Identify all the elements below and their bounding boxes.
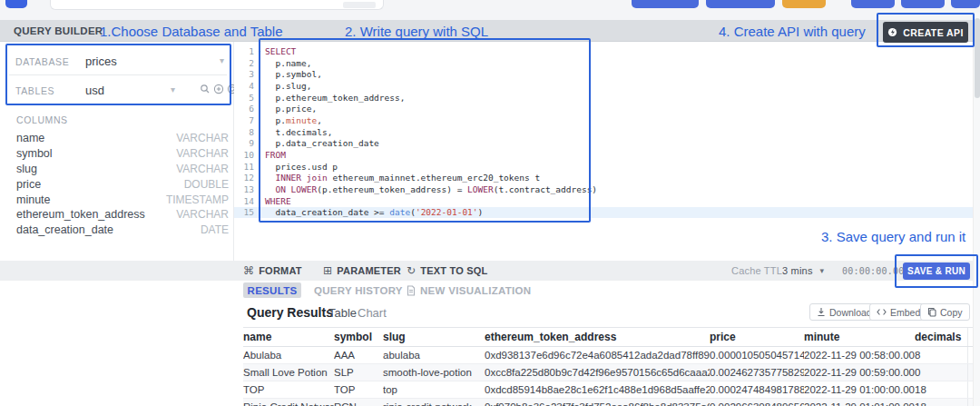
topbar-button-5[interactable]	[901, 0, 945, 8]
scrollbar-thumb[interactable]	[975, 18, 980, 98]
column-type: VARCHAR	[176, 208, 229, 221]
code-line: 15 data_creation_date >= date('2022-01-0…	[234, 207, 975, 219]
column-header[interactable]: price	[710, 328, 804, 347]
column-name: minute	[16, 193, 51, 206]
fold-icon: ▾	[254, 48, 265, 54]
save-and-run-button[interactable]: SAVE & RUN	[903, 262, 970, 280]
cache-ttl-label: Cache TTL	[731, 261, 782, 281]
format-button[interactable]: ⌘FORMAT	[243, 261, 302, 281]
column-list-item[interactable]: priceDOUBLE	[16, 176, 229, 192]
title-edit-button[interactable]	[343, 2, 376, 8]
code-text: t.decimals,	[265, 127, 332, 137]
parameter-button[interactable]: ⊞PARAMETER	[323, 261, 401, 281]
query-title-input[interactable]	[50, 0, 384, 10]
topbar-button-4[interactable]	[851, 0, 895, 8]
table-cell: 2022-11-29 00:59:00.000	[804, 364, 915, 381]
text-to-sql-button[interactable]: ↻TEXT TO SQL	[407, 261, 487, 281]
table-row[interactable]: Small Love PotionSLPsmooth-love-potion0x…	[243, 364, 980, 381]
tables-label: TABLES	[15, 85, 54, 96]
line-number: 8	[234, 127, 254, 137]
table-row[interactable]: TOPTOPtop0xdcd85914b8ae28c1e62f1c488e1d9…	[243, 381, 980, 399]
vertical-scrollbar[interactable]	[973, 13, 980, 406]
line-number: 7	[234, 115, 254, 125]
table-cell: top	[383, 381, 485, 399]
table-cell: 0xf970b8e36e23f7fc3fd752eea86f8be8d83375…	[485, 399, 710, 406]
code-text: INNER join ethereum_mainnet.ethereum_erc…	[265, 173, 540, 183]
line-number: 6	[234, 104, 254, 114]
column-list-item[interactable]: symbolVARCHAR	[16, 146, 229, 162]
editor-toolbar: ⌘FORMAT ⊞PARAMETER ↻TEXT TO SQL Cache TT…	[0, 261, 980, 281]
code-line: 11 prices.usd p	[234, 161, 975, 173]
query-results-table: namesymbolslugethereum_token_addresspric…	[243, 327, 980, 406]
line-number: 10	[234, 150, 254, 160]
column-name: price	[16, 178, 41, 191]
view-chart-toggle[interactable]: Chart	[358, 306, 387, 320]
code-line: 14WHERE	[234, 195, 975, 207]
database-select[interactable]: DATABASE prices ▾	[9, 47, 227, 75]
chevron-down-icon[interactable]: ▾	[171, 84, 175, 94]
create-api-button[interactable]: CREATE API	[883, 22, 968, 43]
chevron-down-icon: ▾	[820, 266, 825, 275]
tables-select[interactable]: TABLES usd ▾	[9, 76, 227, 104]
table-row[interactable]: AbulabaAAAabulaba0xd938137e6d96c72e4a608…	[243, 347, 980, 364]
create-api-label: CREATE API	[903, 27, 963, 38]
table-cell: RCN	[334, 399, 383, 406]
tab-results[interactable]: RESULTS	[243, 282, 301, 298]
table-cell: AAA	[334, 347, 383, 364]
add-circle-icon[interactable]	[213, 84, 224, 94]
embed-button[interactable]: Embed	[869, 303, 927, 321]
cache-ttl-value: 3 mins	[782, 265, 813, 276]
parameter-label: PARAMETER	[337, 265, 401, 276]
code-text: ON LOWER(p.ethereum_token_address) = LOW…	[265, 184, 597, 194]
results-tabs: RESULTS QUERY HISTORY NEW VISUALIZATION	[0, 281, 980, 300]
code-text: p.name,	[265, 58, 311, 68]
table-cell: 18	[915, 381, 967, 399]
topbar-button-2[interactable]	[706, 0, 775, 8]
column-type: TIMESTAMP	[166, 193, 229, 206]
line-number: 14	[234, 196, 254, 206]
column-type: VARCHAR	[176, 147, 229, 160]
column-header[interactable]: minute	[804, 328, 915, 347]
table-cell: 0xdcd85914b8ae28c1e62f1c488e1d968d5aaffe…	[485, 381, 710, 399]
column-list-item[interactable]: slugVARCHAR	[16, 162, 229, 177]
query-results-header: Query Results Table Chart Download Embed…	[0, 300, 980, 327]
column-header[interactable]: name	[243, 328, 334, 347]
cache-ttl-select[interactable]: 3 mins▾	[782, 261, 824, 281]
sql-code: 1▾SELECT2 p.name,3 p.symbol,4 p.slug,5 p…	[234, 45, 975, 218]
chevron-down-icon[interactable]: ▾	[220, 55, 224, 65]
table-row[interactable]: Ripio Credit NetworkRCNripio-credit-netw…	[243, 399, 980, 406]
code-line: 9 p.data_creation_date	[234, 138, 975, 150]
column-name: symbol	[16, 147, 53, 160]
column-header[interactable]: decimals	[915, 328, 967, 347]
column-list-item[interactable]: data_creation_dateDATE	[16, 223, 229, 238]
column-name: data_creation_date	[16, 223, 113, 236]
copy-button[interactable]: Copy	[920, 303, 970, 321]
column-list-item[interactable]: minuteTIMESTAMP	[16, 192, 229, 207]
column-list-item[interactable]: nameVARCHAR	[16, 131, 229, 146]
code-text: p.symbol,	[265, 69, 322, 79]
database-label: DATABASE	[15, 56, 69, 67]
line-number: 15	[234, 207, 254, 217]
view-table-toggle[interactable]: Table	[328, 306, 357, 320]
download-icon	[817, 307, 826, 317]
browser-topbar	[0, 0, 980, 20]
column-header[interactable]: slug	[383, 328, 485, 347]
column-header[interactable]: symbol	[334, 328, 383, 347]
topbar-button-6[interactable]	[951, 0, 980, 8]
tab-new-visualization[interactable]: NEW VISUALIZATION	[407, 282, 531, 298]
copy-icon	[927, 307, 936, 317]
sql-editor[interactable]: 1▾SELECT2 p.name,3 p.symbol,4 p.slug,5 p…	[234, 42, 980, 261]
table-header-row: namesymbolslugethereum_token_addresspric…	[243, 328, 980, 347]
columns-label: COLUMNS	[16, 114, 68, 125]
column-header[interactable]: ethereum_token_address	[485, 328, 710, 347]
code-line: 7 p.minute,	[234, 114, 975, 126]
table-cell: Ripio Credit Network	[243, 399, 334, 406]
column-list-item[interactable]: ethereum_token_addressVARCHAR	[16, 207, 229, 223]
copy-label: Copy	[940, 307, 963, 318]
command-icon: ⌘	[243, 264, 254, 277]
topbar-button-1[interactable]	[632, 0, 699, 8]
topbar-button-3[interactable]	[782, 0, 826, 8]
table-cell: abulaba	[383, 347, 485, 364]
tab-query-history[interactable]: QUERY HISTORY	[314, 282, 403, 298]
search-icon[interactable]	[200, 84, 211, 94]
